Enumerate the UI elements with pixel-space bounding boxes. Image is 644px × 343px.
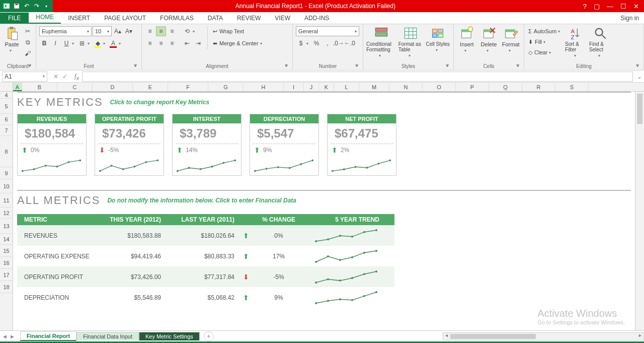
percent-format-icon[interactable]: % [311,38,321,48]
sheet-nav-prev-icon[interactable]: ◄ [2,333,8,339]
insert-cells-button[interactable]: Insert▾ [457,26,477,53]
merge-center-button[interactable]: ⬌Merge & Center▾ [212,38,265,48]
table-row[interactable]: REVENUES $180,583.88 $180,026.64 ⬆ 0% [17,225,394,246]
row-header-16[interactable]: 16 [0,257,13,269]
align-top-icon[interactable]: ≡ [145,26,155,36]
col-header-N[interactable]: N [389,83,423,91]
horizontal-scrollbar[interactable] [443,332,644,340]
formula-bar[interactable] [82,72,633,82]
row-header-6[interactable]: 6 [0,114,13,125]
orientation-icon[interactable]: ⟲ [182,26,192,36]
row-header-4[interactable]: 4 [0,92,13,99]
align-center-icon[interactable]: ≡ [156,38,166,48]
cell-styles-button[interactable]: Cell Styles▾ [425,26,450,52]
increase-font-icon[interactable]: A▴ [113,26,123,36]
metric-card[interactable]: INTEREST $3,789 ⬆14% [172,114,242,176]
metric-card[interactable]: REVENUES $180,584 ⬆0% [17,114,87,176]
row-header-10[interactable]: 10 [0,179,13,193]
sheet-tab-financial-report[interactable]: Financial Report [20,331,76,341]
underline-button[interactable]: U [61,38,71,48]
delete-cells-button[interactable]: Delete▾ [479,26,499,53]
col-header-J[interactable]: J [304,83,319,91]
row-header-5[interactable]: 5 [0,99,13,114]
help-icon[interactable]: ? [583,3,587,10]
row-header-18[interactable]: 18 [0,281,13,293]
fill-button[interactable]: ⬇Fill▾ [527,37,563,47]
comma-format-icon[interactable]: , [323,38,333,48]
tab-view[interactable]: VIEW [268,13,297,24]
col-header-A[interactable]: A [13,83,22,91]
all-metrics-hint[interactable]: Do not modify the information below. Cli… [107,197,296,204]
col-header-R[interactable]: R [522,83,555,91]
row-header-7[interactable]: 7 [0,125,13,136]
tab-home[interactable]: HOME [29,12,61,24]
row-header-8[interactable]: 8 [0,136,13,167]
name-box[interactable]: A1▾ [2,72,47,82]
copy-icon[interactable]: ⧉ [23,37,33,47]
maximize-icon[interactable]: ☐ [620,3,626,10]
cancel-formula-icon[interactable]: ✕ [53,73,58,80]
col-header-I[interactable]: I [284,83,304,91]
table-row[interactable]: OPERATING EXPENSE $94,419.46 $80,883.33 … [17,246,394,266]
undo-icon[interactable]: ↶ [23,3,30,10]
align-right-icon[interactable]: ≡ [167,38,177,48]
metric-card[interactable]: NET PROFIT $67,475 ⬆2% [327,114,396,176]
font-color-button[interactable]: A [108,38,118,48]
col-header-E[interactable]: E [133,83,168,91]
table-row[interactable]: OPERATING PROFIT $73,426.00 $77,317.84 ⬇… [17,266,394,287]
tab-review[interactable]: REVIEW [230,13,268,24]
metric-card[interactable]: DEPRECIATION $5,547 ⬆9% [250,114,319,176]
row-header-9[interactable]: 9 [0,167,13,179]
cut-icon[interactable]: ✂ [23,26,33,36]
font-size-combo[interactable]: 10▾ [93,26,112,36]
fx-icon[interactable]: fx [71,72,82,81]
font-name-combo[interactable]: Euphemia▾ [39,26,92,36]
metric-card[interactable]: OPERATING PROFIT $73,426 ⬇-5% [95,114,164,176]
align-bottom-icon[interactable]: ≡ [167,26,177,36]
ribbon-display-icon[interactable]: ▢ [594,3,600,10]
increase-decimal-icon[interactable]: .0→ [334,38,344,48]
col-header-G[interactable]: G [208,83,244,91]
table-row[interactable]: DEPRECIATION $5,546.89 $5,068.42 ⬆ 9% [17,287,394,308]
clear-button[interactable]: ◇Clear▾ [527,47,563,57]
align-middle-icon[interactable]: ≡ [156,26,166,36]
col-header-F[interactable]: F [168,83,208,91]
column-headers[interactable]: ABCDEFGHIJKLMNOPQRS [0,83,644,92]
sign-in-link[interactable]: Sign in [615,13,644,24]
col-header-H[interactable]: H [244,83,284,91]
format-as-table-button[interactable]: Format as Table▾ [398,26,424,58]
sheet-tab-key-metric-settings[interactable]: Key Metric Settings [139,332,200,340]
col-header-L[interactable]: L [334,83,359,91]
col-header-C[interactable]: C [57,83,93,91]
row-header-17[interactable]: 17 [0,269,13,281]
vertical-scrollbar[interactable] [635,92,644,330]
decrease-indent-icon[interactable]: ⇤ [182,38,192,48]
fill-color-button[interactable]: ◆ [93,38,103,48]
sheet-nav-next-icon[interactable]: ► [10,333,15,339]
redo-icon[interactable]: ↷ [33,3,40,10]
increase-indent-icon[interactable]: ⇥ [193,38,203,48]
worksheet[interactable]: KEY METRICS Click to change report Key M… [13,92,635,330]
autosum-button[interactable]: ΣAutoSum▾ [527,26,563,36]
find-select-button[interactable]: Find & Select▾ [589,26,611,58]
col-header-P[interactable]: P [456,83,489,91]
minimize-icon[interactable]: — [607,3,613,10]
tab-insert[interactable]: INSERT [61,13,97,24]
format-cells-button[interactable]: Format▾ [501,26,521,53]
bold-button[interactable]: B [39,38,49,48]
col-header-K[interactable]: K [319,83,334,91]
row-header-11[interactable]: 11 [0,193,13,208]
row-headers[interactable]: 456789101112131415161718 [0,92,13,330]
wrap-text-button[interactable]: ↩Wrap Text [212,26,265,36]
tab-data[interactable]: DATA [201,13,230,24]
file-tab[interactable]: FILE [0,13,29,24]
border-button[interactable]: ⊞ [77,38,87,48]
accounting-format-icon[interactable]: $ [296,38,306,48]
italic-button[interactable]: I [50,38,60,48]
key-metrics-hint[interactable]: Click to change report Key Metrics [110,99,209,106]
col-header-D[interactable]: D [93,83,133,91]
row-header-14[interactable]: 14 [0,234,13,245]
tab-page-layout[interactable]: PAGE LAYOUT [97,13,153,24]
number-format-combo[interactable]: General▾ [296,26,359,36]
expand-formula-bar-icon[interactable]: ⌄ [635,73,644,80]
